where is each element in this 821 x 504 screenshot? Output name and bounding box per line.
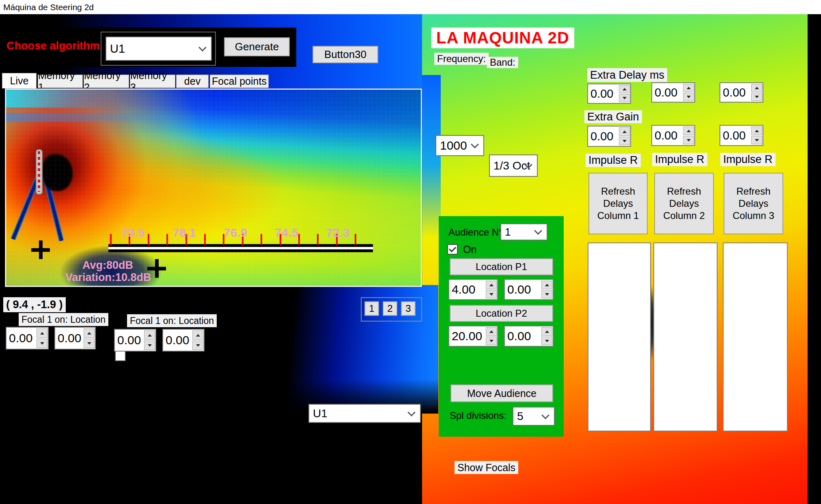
spin-down-icon[interactable]	[619, 94, 630, 102]
audience-on-label: On	[463, 244, 476, 255]
audience-n-label: Audience N°	[448, 227, 503, 238]
cursor-coords-label: ( 9.4 , -1.9 )	[3, 297, 66, 312]
choose-algorithm-label: Choose algorithm	[6, 40, 100, 52]
frequency-value: 1000	[440, 139, 467, 152]
spin-up-icon[interactable]	[84, 328, 95, 338]
spin-down-icon[interactable]	[144, 341, 155, 350]
memory-recall-button-1[interactable]: 1	[364, 301, 379, 316]
spl-divisions-combo[interactable]: 5	[513, 407, 555, 426]
extra-delay-label: Extra Delay ms	[587, 68, 667, 82]
p1-x-spinner[interactable]: 4.00	[448, 279, 498, 300]
focal2-checkbox[interactable]	[115, 350, 126, 361]
tab-memory-2[interactable]: Memory 2	[84, 75, 129, 88]
focal1-y-spinner[interactable]: 0.00	[54, 327, 96, 350]
delay-spinner-1[interactable]: 0.00	[587, 84, 631, 104]
delay-spinner-2[interactable]: 0.00	[651, 82, 695, 103]
refresh-delays-button-2[interactable]: Refresh Delays Column 2	[654, 173, 714, 234]
gain-spinner-3[interactable]: 0.00	[720, 125, 763, 146]
spin-up-icon[interactable]	[619, 85, 630, 93]
spin-down-icon[interactable]	[751, 136, 762, 144]
spin-up-icon[interactable]	[751, 127, 762, 135]
location-p1-button[interactable]: Location P1	[450, 258, 553, 275]
frequency-combo[interactable]: 1000	[435, 135, 484, 156]
spin-down-icon[interactable]	[192, 341, 203, 350]
memory-recall-button-2[interactable]: 2	[383, 301, 397, 316]
audience-panel: Audience N° 1 On Location P1 4.00 0.00 L…	[439, 216, 564, 437]
spin-up-icon[interactable]	[144, 330, 155, 340]
spin-down-icon[interactable]	[619, 137, 630, 145]
spin-up-icon[interactable]	[541, 281, 552, 289]
audience-n-value: 1	[505, 226, 511, 238]
spin-down-icon[interactable]	[541, 337, 552, 345]
spin-down-icon[interactable]	[751, 93, 762, 101]
impulse-display-1	[588, 242, 651, 431]
chevron-down-icon	[471, 140, 479, 148]
refresh-delays-button-1[interactable]: Refresh Delays Column 1	[588, 173, 648, 234]
focal1-x-spinner[interactable]: 0.00	[6, 327, 49, 350]
app-title: LA MAQUINA 2D	[431, 28, 574, 48]
extra-gain-label: Extra Gain	[584, 110, 642, 123]
chevron-down-icon	[541, 411, 549, 419]
spin-up-icon[interactable]	[486, 281, 497, 289]
move-audience-button[interactable]: Move Audience	[450, 384, 553, 402]
spl-heatmap[interactable]: 73.5 78.1 76.9 74.5 72.3 Avg:80dB Variat…	[5, 89, 422, 287]
spin-down-icon[interactable]	[84, 339, 95, 348]
spin-down-icon[interactable]	[37, 339, 47, 348]
bottom-algorithm-value: U1	[313, 407, 328, 420]
refresh-delays-button-3[interactable]: Refresh Delays Column 3	[724, 173, 783, 234]
band-value: 1/3 Oct	[493, 159, 530, 172]
gain-spinner-1[interactable]: 0.00	[587, 126, 631, 147]
chevron-down-icon	[534, 227, 542, 235]
spl-divisions-value: 5	[517, 410, 524, 423]
frequency-label: Frequency:	[434, 53, 489, 65]
background-blue-strip	[422, 75, 441, 237]
p2-y-spinner[interactable]: 0.00	[504, 326, 554, 347]
focal2-y-spinner[interactable]: 0.00	[162, 329, 205, 352]
spin-up-icon[interactable]	[683, 84, 694, 92]
audience-on-checkbox[interactable]	[447, 244, 458, 255]
spin-up-icon[interactable]	[192, 330, 203, 340]
button30[interactable]: Button30	[312, 46, 378, 63]
tab-live[interactable]: Live	[2, 73, 37, 88]
chevron-down-icon	[198, 43, 207, 51]
memory-recall-button-3[interactable]: 3	[401, 301, 416, 316]
focal2-x-spinner[interactable]: 0.00	[114, 329, 156, 352]
band-label: Band:	[487, 57, 518, 68]
band-combo[interactable]: 1/3 Oct	[489, 154, 538, 177]
impulse-label-1: Impulse R	[586, 154, 641, 167]
tab-focal-points[interactable]: Focal points	[210, 75, 269, 88]
p2-x-spinner[interactable]: 20.00	[448, 326, 498, 347]
window-title: Máquina de Steering 2d	[3, 2, 94, 12]
tab-memory-3[interactable]: Memory 3	[130, 75, 175, 88]
spin-up-icon[interactable]	[486, 327, 497, 336]
show-focals-label: Show Focals	[455, 461, 518, 474]
impulse-display-2	[653, 242, 718, 431]
spin-down-icon[interactable]	[683, 136, 694, 144]
tab-memory-1[interactable]: Memory 1	[38, 75, 83, 88]
pixelation-overlay	[6, 90, 421, 286]
bottom-algorithm-combo[interactable]: U1	[308, 404, 421, 423]
spl-divisions-label: Spl divisions:	[450, 410, 506, 421]
generate-button[interactable]: Generate	[224, 37, 290, 56]
spin-up-icon[interactable]	[751, 84, 762, 92]
spin-up-icon[interactable]	[541, 327, 552, 336]
focal2-label: Focal 1 on: Location	[127, 314, 217, 327]
algorithm-combo[interactable]: U1	[106, 36, 212, 61]
delay-spinner-3[interactable]: 0.00	[720, 82, 763, 103]
chevron-down-icon	[407, 408, 416, 416]
spin-down-icon[interactable]	[486, 337, 497, 345]
tab-dev[interactable]: dev	[176, 75, 209, 88]
impulse-label-3: Impulse R	[720, 153, 776, 166]
spin-up-icon[interactable]	[37, 328, 47, 338]
spin-down-icon[interactable]	[541, 290, 552, 298]
p1-y-spinner[interactable]: 0.00	[504, 279, 554, 300]
spin-up-icon[interactable]	[619, 127, 630, 136]
spin-down-icon[interactable]	[486, 290, 497, 298]
gain-spinner-2[interactable]: 0.00	[651, 125, 695, 146]
location-p2-button[interactable]: Location P2	[450, 305, 553, 322]
spin-down-icon[interactable]	[683, 93, 694, 101]
spin-up-icon[interactable]	[683, 127, 694, 135]
algorithm-combo-value: U1	[110, 42, 125, 56]
audience-n-combo[interactable]: 1	[500, 223, 547, 240]
impulse-display-3	[723, 242, 788, 431]
